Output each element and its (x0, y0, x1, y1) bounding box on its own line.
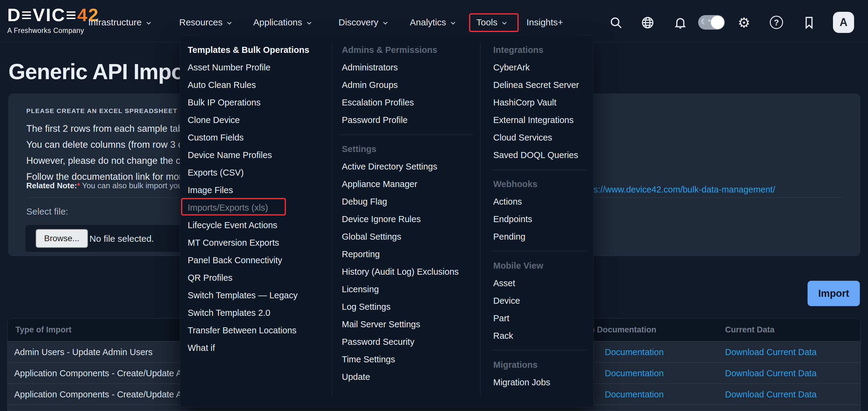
menu-item-clone-device[interactable]: Clone Device (188, 111, 240, 129)
menu-item-debug-flag[interactable]: Debug Flag (342, 193, 387, 210)
menu-item-delinea-secret-server[interactable]: Delinea Secret Server (493, 76, 579, 94)
menu-item-lifecycle-event-actions[interactable]: Lifecycle Event Actions (188, 216, 277, 234)
menu-section-heading-integrations: Integrations (493, 41, 590, 59)
menu-item-global-settings[interactable]: Global Settings (342, 228, 401, 245)
menu-item-licensing[interactable]: Licensing (342, 280, 379, 298)
menu-item-asset-number-profile[interactable]: Asset Number Profile (188, 59, 271, 76)
import-button[interactable]: Import (808, 281, 860, 306)
nav-item-label: Discovery (339, 17, 378, 27)
menu-item-password-security[interactable]: Password Security (342, 333, 414, 351)
menu-item-admin-groups[interactable]: Admin Groups (342, 76, 398, 94)
menu-item-cloud-services[interactable]: Cloud Services (493, 129, 552, 146)
menu-item-update[interactable]: Update (342, 368, 370, 386)
bulk-data-management-link[interactable]: https://www.device42.com/bulk-data-manag… (579, 185, 775, 195)
documentation-link[interactable]: Documentation (605, 384, 664, 405)
menu-section-divider (493, 345, 590, 356)
nav-item-label: Infrastructure (88, 17, 142, 27)
menu-column-divider (332, 42, 332, 396)
chevron-down-icon (450, 20, 456, 26)
menu-item-endpoints[interactable]: Endpoints (493, 210, 532, 228)
notifications-bell-icon[interactable] (673, 16, 687, 30)
toggle-knob (711, 16, 724, 29)
col-header-type-of-import: Type of Import (16, 319, 72, 341)
chevron-down-icon (382, 20, 389, 26)
menu-item-saved-doql-queries[interactable]: Saved DOQL Queries (493, 146, 578, 164)
menu-item-part[interactable]: Part (493, 310, 509, 327)
download-current-data-link[interactable]: Download Current Data (725, 362, 817, 384)
menu-item-cyberark[interactable]: CyberArk (493, 59, 530, 76)
instruction-line: However, please do not change the colu (26, 153, 193, 169)
menu-section-heading-admins-permissions: Admins & Permissions (342, 41, 476, 59)
bookmark-icon[interactable] (802, 16, 816, 30)
menu-item-transfer-between-locations[interactable]: Transfer Between Locations (188, 321, 297, 339)
menu-item-active-directory-settings[interactable]: Active Directory Settings (342, 158, 437, 175)
menu-section-divider (493, 245, 590, 257)
download-current-data-link[interactable]: Download Current Data (725, 384, 817, 405)
menu-item-device-name-profiles[interactable]: Device Name Profiles (188, 146, 272, 164)
nav-item-applications[interactable]: Applications (253, 13, 312, 31)
instruction-line: You can delete columns (from row 3 on) (26, 136, 193, 153)
menu-section-divider (342, 129, 476, 140)
nav-item-label: Resources (179, 17, 222, 27)
settings-gear-icon[interactable]: ⚙ (738, 16, 752, 30)
documentation-link[interactable]: Documentation (605, 362, 664, 384)
menu-item-bulk-ip-operations[interactable]: Bulk IP Operations (188, 94, 260, 111)
chevron-down-icon (501, 20, 508, 26)
menu-item-appliance-manager[interactable]: Appliance Manager (342, 175, 417, 193)
menu-item-device[interactable]: Device (493, 292, 520, 310)
menu-item-mt-conversion-exports[interactable]: MT Conversion Exports (188, 234, 279, 251)
menu-item-password-profile[interactable]: Password Profile (342, 111, 408, 129)
menu-section-divider (493, 164, 590, 175)
nav-item-insights[interactable]: Insights+ (526, 13, 563, 31)
help-icon[interactable]: ? (770, 16, 784, 30)
nav-item-label: Insights+ (526, 17, 563, 27)
menu-section-heading-mobile-view: Mobile View (493, 257, 590, 275)
menu-item-switch-templates-2-0[interactable]: Switch Templates 2.0 (188, 304, 271, 321)
menu-item-image-files[interactable]: Image Files (188, 181, 233, 199)
menu-item-rack[interactable]: Rack (493, 327, 513, 345)
menu-section-heading-webhooks: Webhooks (493, 175, 590, 193)
globe-icon[interactable] (641, 16, 655, 30)
menu-item-history-audit-log-exclusions[interactable]: History (Audit Log) Exclusions (342, 263, 459, 280)
menu-item-qr-profiles[interactable]: QR Profiles (188, 269, 232, 286)
menu-item-device-ignore-rules[interactable]: Device Ignore Rules (342, 210, 421, 228)
menu-item-external-integrations[interactable]: External Integrations (493, 111, 574, 129)
menu-item-pending[interactable]: Pending (493, 228, 525, 245)
nav-item-tools[interactable]: Tools (476, 13, 508, 31)
menu-item-custom-fields[interactable]: Custom Fields (188, 129, 244, 146)
menu-item-hashicorp-vault[interactable]: HashiCorp Vault (493, 94, 556, 111)
menu-item-panel-back-connectivity[interactable]: Panel Back Connectivity (188, 251, 282, 269)
menu-column-integrations: IntegrationsCyberArkDelinea Secret Serve… (493, 41, 590, 391)
user-avatar[interactable]: A (833, 12, 854, 33)
nav-item-analytics[interactable]: Analytics (410, 13, 456, 31)
menu-item-imports-exports-xls[interactable]: Imports/Exports (xls) (188, 199, 268, 216)
menu-item-what-if[interactable]: What if (188, 339, 215, 357)
menu-item-auto-clean-rules[interactable]: Auto Clean Rules (188, 76, 256, 94)
device42-logo[interactable]: D≡VIC≡42 A Freshworks Company (7, 5, 99, 35)
related-note-label: Related Note: (26, 181, 77, 190)
chevron-down-icon (145, 20, 152, 26)
menu-item-switch-templates-legacy[interactable]: Switch Templates — Legacy (188, 286, 298, 304)
nav-item-infrastructure[interactable]: Infrastructure (88, 13, 152, 31)
menu-item-migration-jobs[interactable]: Migration Jobs (493, 374, 550, 391)
dark-mode-toggle[interactable]: ☾⁺ (698, 15, 725, 30)
menu-item-log-settings[interactable]: Log Settings (342, 298, 391, 316)
browse-button[interactable]: Browse... (36, 229, 88, 248)
menu-column-templates: Templates & Bulk OperationsAsset Number … (188, 41, 327, 357)
moon-icon: ☾⁺ (701, 18, 711, 26)
menu-section-heading-settings: Settings (342, 140, 476, 158)
menu-item-mail-server-settings[interactable]: Mail Server Settings (342, 316, 421, 333)
documentation-link[interactable]: Documentation (605, 342, 664, 362)
nav-item-discovery[interactable]: Discovery (339, 13, 389, 31)
menu-item-escalation-profiles[interactable]: Escalation Profiles (342, 94, 414, 111)
search-icon[interactable] (609, 16, 623, 30)
required-asterisk: * (77, 181, 80, 190)
menu-item-time-settings[interactable]: Time Settings (342, 351, 395, 368)
menu-item-exports-csv[interactable]: Exports (CSV) (188, 164, 244, 181)
menu-item-reporting[interactable]: Reporting (342, 245, 380, 263)
download-current-data-link[interactable]: Download Current Data (725, 342, 817, 362)
menu-item-actions[interactable]: Actions (493, 193, 522, 210)
nav-item-resources[interactable]: Resources (179, 13, 233, 31)
menu-item-administrators[interactable]: Administrators (342, 59, 398, 76)
menu-item-asset[interactable]: Asset (493, 275, 515, 292)
